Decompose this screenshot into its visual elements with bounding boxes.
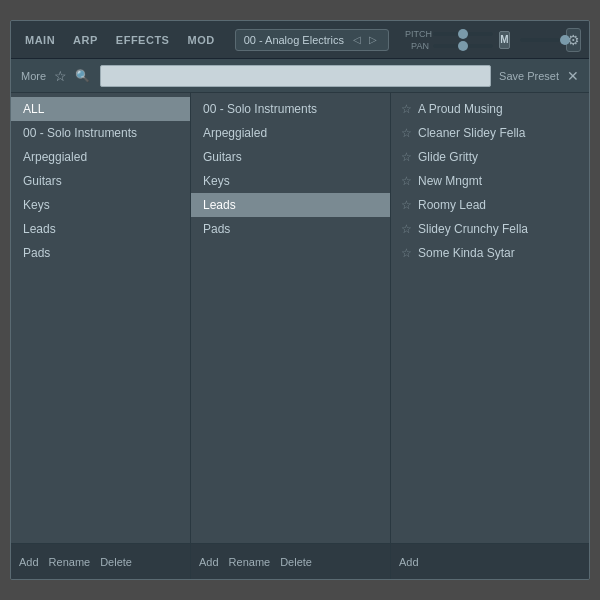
star-icon-5[interactable]: ☆ bbox=[401, 222, 412, 236]
category-item-3[interactable]: Keys bbox=[11, 193, 190, 217]
middle-rename-button[interactable]: Rename bbox=[229, 556, 271, 568]
star-icon-0[interactable]: ☆ bbox=[401, 102, 412, 116]
preset-item-3[interactable]: ☆ New Mngmt bbox=[391, 169, 589, 193]
app-window: MAIN ARP EFFECTS MOD 00 - Analog Electri… bbox=[10, 20, 590, 580]
categories-list: ALL 00 - Solo Instruments Arpeggialed Gu… bbox=[11, 93, 190, 543]
star-icon-1[interactable]: ☆ bbox=[401, 126, 412, 140]
category-item-0[interactable]: 00 - Solo Instruments bbox=[11, 121, 190, 145]
star-icon-3[interactable]: ☆ bbox=[401, 174, 412, 188]
sub-item-1[interactable]: Arpeggialed bbox=[191, 121, 390, 145]
nav-arrows: ◁ ▷ bbox=[350, 33, 380, 47]
preset-item-0[interactable]: ☆ A Proud Musing bbox=[391, 97, 589, 121]
sub-item-0[interactable]: 00 - Solo Instruments bbox=[191, 97, 390, 121]
preset-name-2: Glide Gritty bbox=[418, 150, 478, 164]
left-delete-button[interactable]: Delete bbox=[100, 556, 132, 568]
mute-button[interactable]: M bbox=[499, 31, 510, 49]
category-item-1[interactable]: Arpeggialed bbox=[11, 145, 190, 169]
preset-name-0: A Proud Musing bbox=[418, 102, 503, 116]
pitch-label: PITCH bbox=[405, 29, 429, 39]
left-action-bar: Add Rename Delete bbox=[11, 544, 191, 579]
preset-item-6[interactable]: ☆ Some Kinda Sytar bbox=[391, 241, 589, 265]
category-item-all[interactable]: ALL bbox=[11, 97, 190, 121]
pan-label: PAN bbox=[405, 41, 429, 51]
bottom-bars: Add Rename Delete Add Rename Delete Add bbox=[11, 543, 589, 579]
middle-action-bar: Add Rename Delete bbox=[191, 544, 391, 579]
sub-item-4[interactable]: Leads bbox=[191, 193, 390, 217]
sub-item-2[interactable]: Guitars bbox=[191, 145, 390, 169]
close-button[interactable]: ✕ bbox=[567, 68, 579, 84]
pan-slider[interactable] bbox=[433, 44, 493, 48]
tab-mod[interactable]: MOD bbox=[181, 31, 220, 49]
preset-name-1: Cleaner Slidey Fella bbox=[418, 126, 525, 140]
nav-next-icon[interactable]: ▷ bbox=[366, 33, 380, 47]
categories-pane: ALL 00 - Solo Instruments Arpeggialed Gu… bbox=[11, 93, 191, 543]
star-icon-2[interactable]: ☆ bbox=[401, 150, 412, 164]
middle-delete-button[interactable]: Delete bbox=[280, 556, 312, 568]
save-preset-button[interactable]: Save Preset bbox=[499, 70, 559, 82]
sub-item-3[interactable]: Keys bbox=[191, 169, 390, 193]
volume-slider[interactable] bbox=[520, 38, 560, 42]
left-add-button[interactable]: Add bbox=[19, 556, 39, 568]
left-rename-button[interactable]: Rename bbox=[49, 556, 91, 568]
preset-item-2[interactable]: ☆ Glide Gritty bbox=[391, 145, 589, 169]
presets-pane: ☆ A Proud Musing ☆ Cleaner Slidey Fella … bbox=[391, 93, 589, 543]
preset-name-3: New Mngmt bbox=[418, 174, 482, 188]
preset-name-6: Some Kinda Sytar bbox=[418, 246, 515, 260]
preset-name-box: 00 - Analog Electrics ◁ ▷ bbox=[235, 29, 389, 51]
nav-prev-icon[interactable]: ◁ bbox=[350, 33, 364, 47]
preset-name-5: Slidey Crunchy Fella bbox=[418, 222, 528, 236]
browser-panes: ALL 00 - Solo Instruments Arpeggialed Gu… bbox=[11, 93, 589, 543]
toolbar: More ☆ 🔍 Save Preset ✕ bbox=[11, 59, 589, 93]
subcategories-list: 00 - Solo Instruments Arpeggialed Guitar… bbox=[191, 93, 390, 543]
preset-item-5[interactable]: ☆ Slidey Crunchy Fella bbox=[391, 217, 589, 241]
preset-item-1[interactable]: ☆ Cleaner Slidey Fella bbox=[391, 121, 589, 145]
middle-add-button[interactable]: Add bbox=[199, 556, 219, 568]
top-bar: MAIN ARP EFFECTS MOD 00 - Analog Electri… bbox=[11, 21, 589, 59]
pitch-pan-area: PITCH PAN bbox=[405, 29, 493, 51]
preset-name-4: Roomy Lead bbox=[418, 198, 486, 212]
category-item-2[interactable]: Guitars bbox=[11, 169, 190, 193]
presets-list: ☆ A Proud Musing ☆ Cleaner Slidey Fella … bbox=[391, 93, 589, 543]
star-icon-6[interactable]: ☆ bbox=[401, 246, 412, 260]
tab-arp[interactable]: ARP bbox=[67, 31, 104, 49]
search-icon: 🔍 bbox=[75, 69, 90, 83]
sub-item-5[interactable]: Pads bbox=[191, 217, 390, 241]
preset-item-4[interactable]: ☆ Roomy Lead bbox=[391, 193, 589, 217]
tab-main[interactable]: MAIN bbox=[19, 31, 61, 49]
favorites-button[interactable]: ☆ bbox=[54, 68, 67, 84]
preset-name-text: 00 - Analog Electrics bbox=[244, 34, 344, 46]
category-item-5[interactable]: Pads bbox=[11, 241, 190, 265]
tab-effects[interactable]: EFFECTS bbox=[110, 31, 176, 49]
star-icon-4[interactable]: ☆ bbox=[401, 198, 412, 212]
right-action-bar: Add bbox=[391, 544, 589, 579]
pitch-slider[interactable] bbox=[433, 32, 493, 36]
search-input[interactable] bbox=[100, 65, 491, 87]
subcategories-pane: 00 - Solo Instruments Arpeggialed Guitar… bbox=[191, 93, 391, 543]
content-area: ALL 00 - Solo Instruments Arpeggialed Gu… bbox=[11, 93, 589, 579]
category-item-4[interactable]: Leads bbox=[11, 217, 190, 241]
right-add-button[interactable]: Add bbox=[399, 556, 419, 568]
more-button[interactable]: More bbox=[21, 70, 46, 82]
